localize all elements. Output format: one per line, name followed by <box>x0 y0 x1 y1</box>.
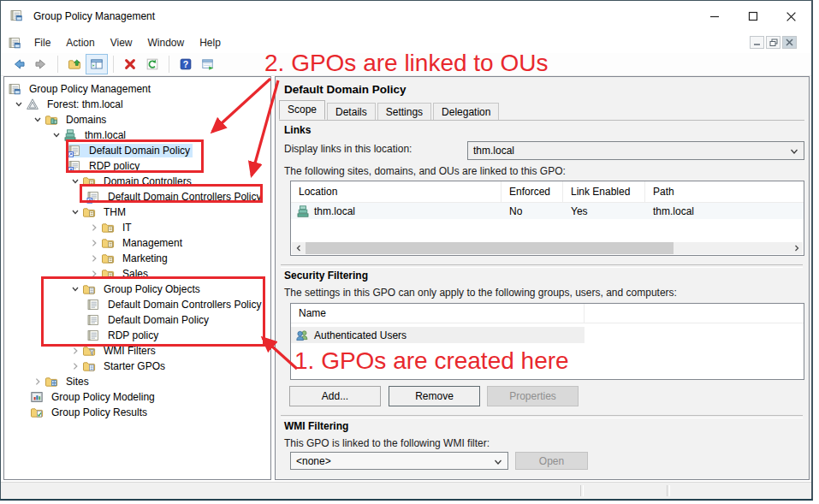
tab-scope[interactable]: Scope <box>279 100 325 120</box>
collapsed-chevron-icon[interactable] <box>68 361 82 371</box>
starter-folder-icon <box>82 359 98 373</box>
up-one-level-icon[interactable] <box>63 54 86 74</box>
links-intro: The following sites, domains, and OUs ar… <box>284 165 566 177</box>
tree-item-label: Sites <box>63 375 92 388</box>
ou-folder-icon <box>82 205 98 219</box>
annotation-linked-note: 2. GPOs are linked to OUs <box>264 50 548 77</box>
annotation-box-gpo-container <box>41 276 265 347</box>
tab-strip: ScopeDetailsSettingsDelegation <box>279 100 804 121</box>
tab-delegation[interactable]: Delegation <box>433 103 499 120</box>
tree-item-label: Management <box>120 236 185 250</box>
forest-icon <box>26 98 41 111</box>
title-bar: Group Policy Management <box>1 1 811 33</box>
section-separator <box>281 264 803 268</box>
menu-action[interactable]: Action <box>58 34 102 51</box>
expanded-chevron-icon[interactable] <box>11 99 26 110</box>
links-table-row[interactable]: thm.localNoYesthm.local <box>291 203 804 219</box>
close-button[interactable] <box>772 1 810 32</box>
tree-item-group-policy-management[interactable]: Group Policy Management <box>4 81 270 97</box>
collapsed-chevron-icon[interactable] <box>86 253 101 264</box>
tree-item-label: THM <box>101 205 128 219</box>
forward-icon[interactable] <box>30 54 52 74</box>
security-entry-name: Authenticated Users <box>314 329 407 341</box>
ou-folder-icon <box>101 236 116 250</box>
location-dropdown[interactable]: thm.local <box>467 141 804 160</box>
results-icon <box>30 406 45 419</box>
tree-item-forest-thm-local[interactable]: Forest: thm.local <box>4 97 270 112</box>
collapsed-chevron-icon[interactable] <box>68 346 82 356</box>
cell-text: thm.local <box>653 205 694 217</box>
group-policy-management-window: Group Policy Management FileActionViewWi… <box>0 0 819 504</box>
console-tree-icon[interactable] <box>86 54 108 74</box>
details-pane: Default Domain Policy ScopeDetailsSettin… <box>275 76 810 480</box>
wmi-filter-dropdown[interactable]: <none> <box>290 452 508 470</box>
expanded-chevron-icon[interactable] <box>49 130 63 140</box>
scroll-left-icon[interactable] <box>292 242 305 254</box>
scroll-right-icon[interactable] <box>790 242 803 254</box>
tab-settings[interactable]: Settings <box>377 103 431 120</box>
sites-folder-icon <box>45 375 60 388</box>
tree-item-group-policy-results[interactable]: Group Policy Results <box>4 405 270 420</box>
users-icon <box>295 329 311 342</box>
menu-file[interactable]: File <box>27 34 58 51</box>
tree-item-management[interactable]: Management <box>4 235 270 251</box>
security-filtering-description: The settings in this GPO can only apply … <box>284 287 677 299</box>
expanded-chevron-icon[interactable] <box>30 115 45 125</box>
collapsed-chevron-icon[interactable] <box>30 377 45 387</box>
svg-text:?: ? <box>183 59 188 69</box>
child-minimize-button[interactable] <box>750 36 764 49</box>
open-button: Open <box>515 452 588 470</box>
column-header-link-enabled[interactable]: Link Enabled <box>563 181 645 202</box>
menu-help[interactable]: Help <box>192 34 228 51</box>
tree-item-label: Marketing <box>120 252 170 265</box>
column-header-path[interactable]: Path <box>645 181 804 202</box>
scrollbar-thumb[interactable] <box>306 242 674 254</box>
minimize-button[interactable] <box>695 1 733 32</box>
export-list-icon[interactable] <box>197 54 219 74</box>
security-filtering-heading: Security Filtering <box>284 270 368 282</box>
help-icon[interactable]: ? <box>175 54 197 74</box>
menu-view[interactable]: View <box>103 34 140 51</box>
tree-item-label: Domains <box>63 113 109 127</box>
wmi-filtering-heading: WMI Filtering <box>284 420 348 432</box>
location-dropdown-value: thm.local <box>473 145 514 157</box>
remove-button[interactable]: Remove <box>389 386 480 406</box>
tab-details[interactable]: Details <box>327 103 376 120</box>
domain-icon <box>296 205 312 218</box>
expanded-chevron-icon[interactable] <box>68 207 82 217</box>
security-list-header: Name <box>291 304 804 323</box>
tree-item-starter-gpos[interactable]: Starter GPOs <box>4 359 270 374</box>
tree-item-it[interactable]: IT <box>4 220 270 235</box>
menu-window[interactable]: Window <box>140 34 193 51</box>
tree-item-domains[interactable]: Domains <box>4 112 270 127</box>
tree-item-marketing[interactable]: Marketing <box>4 251 270 266</box>
display-links-label: Display links in this location: <box>284 143 412 155</box>
window-title: Group Policy Management <box>33 10 155 22</box>
delete-icon[interactable] <box>119 54 141 74</box>
tree-item-group-policy-modeling[interactable]: Group Policy Modeling <box>4 389 270 405</box>
cell-location: thm.local <box>291 205 501 218</box>
tree-item-sites[interactable]: Sites <box>4 374 270 389</box>
collapsed-chevron-icon[interactable] <box>86 238 101 248</box>
add-button[interactable]: Add... <box>289 386 381 406</box>
back-icon[interactable] <box>8 54 30 74</box>
chevron-down-icon <box>790 146 798 158</box>
console-document-icon <box>8 36 21 50</box>
tree-item-thm[interactable]: THM <box>4 205 270 220</box>
name-column-header[interactable]: Name <box>291 304 585 323</box>
tree-item-label: Group Policy Management <box>27 82 153 96</box>
tree-item-label: Group Policy Results <box>49 406 150 419</box>
maximize-button[interactable] <box>733 1 772 32</box>
refresh-icon[interactable] <box>141 54 163 74</box>
horizontal-scrollbar[interactable] <box>292 242 803 254</box>
tree-item-label: Group Policy Modeling <box>49 390 157 404</box>
links-table: LocationEnforcedLink EnabledPath thm.loc… <box>290 181 804 256</box>
wmi-filtering-description: This GPO is linked to the following WMI … <box>284 437 490 449</box>
child-close-button[interactable] <box>782 36 797 49</box>
status-bar-divider <box>667 485 670 496</box>
collapsed-chevron-icon[interactable] <box>86 222 101 233</box>
child-restore-button[interactable] <box>766 36 780 49</box>
security-entry-row[interactable]: Authenticated Users <box>291 327 804 343</box>
column-header-enforced[interactable]: Enforced <box>501 181 563 202</box>
column-header-location[interactable]: Location <box>291 181 501 202</box>
